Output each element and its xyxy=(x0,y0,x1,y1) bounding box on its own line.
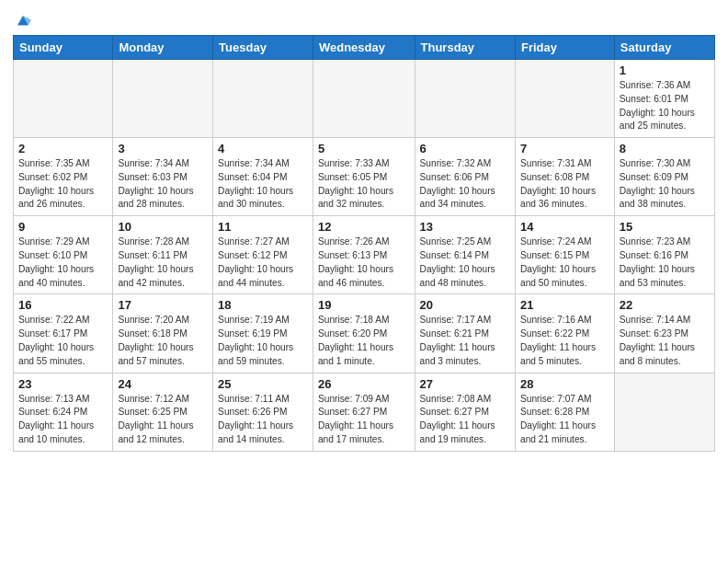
calendar-cell: 12Sunrise: 7:26 AMSunset: 6:13 PMDayligh… xyxy=(313,216,415,294)
weekday-wednesday: Wednesday xyxy=(313,36,415,60)
calendar-week-1: 1Sunrise: 7:36 AMSunset: 6:01 PMDaylight… xyxy=(14,60,715,138)
daylight-text: Daylight: 11 hours and 3 minutes. xyxy=(420,342,495,366)
calendar-cell: 13Sunrise: 7:25 AMSunset: 6:14 PMDayligh… xyxy=(415,216,515,294)
daylight-text: Daylight: 10 hours and 57 minutes. xyxy=(118,342,193,366)
sunrise-text: Sunrise: 7:11 AM xyxy=(218,394,290,404)
sunset-text: Sunset: 6:02 PM xyxy=(18,172,87,182)
daylight-text: Daylight: 10 hours and 53 minutes. xyxy=(620,264,695,288)
sunrise-text: Sunrise: 7:29 AM xyxy=(18,236,90,247)
sunset-text: Sunset: 6:25 PM xyxy=(118,407,187,417)
daylight-text: Daylight: 10 hours and 25 minutes. xyxy=(620,108,695,132)
daylight-text: Daylight: 11 hours and 21 minutes. xyxy=(520,420,596,444)
weekday-sunday: Sunday xyxy=(14,36,113,60)
day-info: Sunrise: 7:28 AMSunset: 6:11 PMDaylight:… xyxy=(118,236,208,290)
day-info: Sunrise: 7:34 AMSunset: 6:04 PMDaylight:… xyxy=(218,157,308,212)
calendar-cell: 28Sunrise: 7:07 AMSunset: 6:28 PMDayligh… xyxy=(515,373,614,451)
calendar-cell: 25Sunrise: 7:11 AMSunset: 6:26 PMDayligh… xyxy=(213,373,313,451)
daylight-text: Daylight: 10 hours and 46 minutes. xyxy=(318,264,393,288)
sunset-text: Sunset: 6:16 PM xyxy=(620,250,688,260)
day-info: Sunrise: 7:12 AMSunset: 6:25 PMDaylight:… xyxy=(118,393,208,447)
daylight-text: Daylight: 10 hours and 34 minutes. xyxy=(420,186,495,210)
sunrise-text: Sunrise: 7:34 AM xyxy=(218,158,290,168)
calendar-cell: 27Sunrise: 7:08 AMSunset: 6:27 PMDayligh… xyxy=(415,373,515,451)
day-info: Sunrise: 7:30 AMSunset: 6:09 PMDaylight:… xyxy=(620,157,710,212)
weekday-header-row: SundayMondayTuesdayWednesdayThursdayFrid… xyxy=(14,36,715,60)
calendar-cell: 7Sunrise: 7:31 AMSunset: 6:08 PMDaylight… xyxy=(515,138,614,216)
calendar-cell: 3Sunrise: 7:34 AMSunset: 6:03 PMDaylight… xyxy=(113,138,213,216)
sunset-text: Sunset: 6:04 PM xyxy=(218,172,287,182)
calendar-cell: 10Sunrise: 7:28 AMSunset: 6:11 PMDayligh… xyxy=(113,216,213,294)
calendar-cell xyxy=(14,60,113,138)
day-info: Sunrise: 7:31 AMSunset: 6:08 PMDaylight:… xyxy=(520,157,609,212)
daylight-text: Daylight: 10 hours and 44 minutes. xyxy=(218,264,293,288)
calendar-week-3: 9Sunrise: 7:29 AMSunset: 6:10 PMDaylight… xyxy=(14,216,715,294)
page: SundayMondayTuesdayWednesdayThursdayFrid… xyxy=(0,0,728,461)
sunset-text: Sunset: 6:24 PM xyxy=(18,407,87,417)
day-number: 5 xyxy=(318,142,410,155)
calendar-cell xyxy=(313,60,415,138)
calendar-cell: 6Sunrise: 7:32 AMSunset: 6:06 PMDaylight… xyxy=(415,138,515,216)
day-info: Sunrise: 7:34 AMSunset: 6:03 PMDaylight:… xyxy=(118,157,208,212)
day-info: Sunrise: 7:25 AMSunset: 6:14 PMDaylight:… xyxy=(420,236,510,290)
sunrise-text: Sunrise: 7:17 AM xyxy=(420,315,492,325)
sunset-text: Sunset: 6:09 PM xyxy=(620,172,688,182)
calendar-cell: 20Sunrise: 7:17 AMSunset: 6:21 PMDayligh… xyxy=(415,294,515,373)
day-number: 2 xyxy=(18,142,108,155)
sunrise-text: Sunrise: 7:07 AM xyxy=(520,394,592,404)
daylight-text: Daylight: 10 hours and 48 minutes. xyxy=(420,264,495,288)
sunset-text: Sunset: 6:19 PM xyxy=(218,328,287,339)
day-info: Sunrise: 7:35 AMSunset: 6:02 PMDaylight:… xyxy=(18,157,108,212)
weekday-saturday: Saturday xyxy=(614,36,714,60)
calendar-cell: 22Sunrise: 7:14 AMSunset: 6:23 PMDayligh… xyxy=(614,294,714,373)
day-info: Sunrise: 7:14 AMSunset: 6:23 PMDaylight:… xyxy=(620,314,710,368)
sunrise-text: Sunrise: 7:23 AM xyxy=(620,236,691,247)
sunrise-text: Sunrise: 7:36 AM xyxy=(620,80,691,90)
sunset-text: Sunset: 6:08 PM xyxy=(520,172,589,182)
sunset-text: Sunset: 6:22 PM xyxy=(520,328,589,339)
day-info: Sunrise: 7:24 AMSunset: 6:15 PMDaylight:… xyxy=(520,236,609,290)
sunset-text: Sunset: 6:26 PM xyxy=(218,407,287,417)
calendar-cell xyxy=(213,60,313,138)
day-number: 19 xyxy=(318,298,410,312)
sunrise-text: Sunrise: 7:16 AM xyxy=(520,315,592,325)
sunset-text: Sunset: 6:17 PM xyxy=(18,328,87,339)
day-number: 22 xyxy=(620,298,710,312)
day-info: Sunrise: 7:19 AMSunset: 6:19 PMDaylight:… xyxy=(218,314,308,368)
calendar-cell: 11Sunrise: 7:27 AMSunset: 6:12 PMDayligh… xyxy=(213,216,313,294)
daylight-text: Daylight: 10 hours and 30 minutes. xyxy=(218,186,293,210)
day-info: Sunrise: 7:27 AMSunset: 6:12 PMDaylight:… xyxy=(218,236,308,290)
day-number: 9 xyxy=(18,220,108,234)
day-number: 16 xyxy=(18,298,108,312)
sunrise-text: Sunrise: 7:19 AM xyxy=(218,315,290,325)
daylight-text: Daylight: 10 hours and 59 minutes. xyxy=(218,342,293,366)
sunset-text: Sunset: 6:06 PM xyxy=(420,172,489,182)
calendar-cell: 5Sunrise: 7:33 AMSunset: 6:05 PMDaylight… xyxy=(313,138,415,216)
daylight-text: Daylight: 11 hours and 14 minutes. xyxy=(218,420,293,444)
sunrise-text: Sunrise: 7:18 AM xyxy=(318,315,390,325)
weekday-tuesday: Tuesday xyxy=(213,36,313,60)
sunset-text: Sunset: 6:28 PM xyxy=(520,407,589,417)
sunrise-text: Sunrise: 7:13 AM xyxy=(18,394,90,404)
day-info: Sunrise: 7:09 AMSunset: 6:27 PMDaylight:… xyxy=(318,393,410,447)
daylight-text: Daylight: 10 hours and 42 minutes. xyxy=(118,264,193,288)
daylight-text: Daylight: 11 hours and 19 minutes. xyxy=(420,420,495,444)
sunset-text: Sunset: 6:27 PM xyxy=(318,407,387,417)
day-info: Sunrise: 7:36 AMSunset: 6:01 PMDaylight:… xyxy=(620,79,710,133)
calendar: SundayMondayTuesdayWednesdayThursdayFrid… xyxy=(13,35,715,452)
day-number: 18 xyxy=(218,298,308,312)
calendar-cell: 23Sunrise: 7:13 AMSunset: 6:24 PMDayligh… xyxy=(14,373,113,451)
logo-icon xyxy=(15,13,31,29)
calendar-cell: 4Sunrise: 7:34 AMSunset: 6:04 PMDaylight… xyxy=(213,138,313,216)
daylight-text: Daylight: 11 hours and 8 minutes. xyxy=(620,342,695,366)
day-number: 28 xyxy=(520,377,609,391)
sunset-text: Sunset: 6:12 PM xyxy=(218,250,287,260)
day-number: 26 xyxy=(318,377,410,391)
sunrise-text: Sunrise: 7:32 AM xyxy=(420,158,492,168)
day-info: Sunrise: 7:32 AMSunset: 6:06 PMDaylight:… xyxy=(420,157,510,212)
sunset-text: Sunset: 6:03 PM xyxy=(118,172,187,182)
daylight-text: Daylight: 10 hours and 26 minutes. xyxy=(18,186,94,210)
sunrise-text: Sunrise: 7:24 AM xyxy=(520,236,592,247)
calendar-cell: 1Sunrise: 7:36 AMSunset: 6:01 PMDaylight… xyxy=(614,60,714,138)
sunrise-text: Sunrise: 7:12 AM xyxy=(118,394,189,404)
sunset-text: Sunset: 6:21 PM xyxy=(420,328,489,339)
